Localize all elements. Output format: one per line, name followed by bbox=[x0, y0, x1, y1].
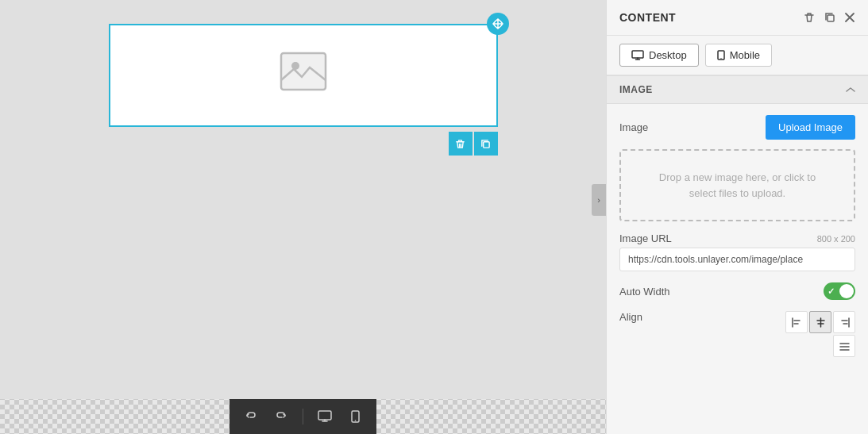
svg-point-1 bbox=[291, 62, 299, 70]
upload-image-button[interactable]: Upload Image bbox=[766, 115, 855, 140]
url-field-label: Image URL bbox=[619, 232, 672, 244]
image-field-label: Image bbox=[619, 121, 648, 133]
block-duplicate-button[interactable] bbox=[474, 132, 498, 156]
toolbar-separator bbox=[303, 409, 303, 424]
align-top-group bbox=[785, 311, 855, 333]
url-input[interactable] bbox=[619, 248, 855, 271]
canvas-area: › bbox=[0, 0, 606, 434]
tab-desktop[interactable]: Desktop bbox=[619, 44, 699, 67]
svg-rect-2 bbox=[484, 141, 489, 147]
auto-width-toggle[interactable]: ✓ bbox=[824, 282, 855, 300]
tab-desktop-label: Desktop bbox=[649, 49, 687, 61]
canvas-inner: › bbox=[0, 0, 606, 399]
section-collapse-button[interactable] bbox=[846, 84, 855, 95]
panel-title: CONTENT bbox=[619, 11, 676, 24]
auto-width-row: Auto Width ✓ bbox=[619, 282, 855, 300]
panel-scroll: IMAGE Image Upload Image D bbox=[607, 75, 868, 434]
align-bottom-group bbox=[785, 335, 855, 357]
image-label-row: Image Upload Image bbox=[619, 115, 855, 140]
section-title: IMAGE bbox=[619, 84, 653, 95]
svg-rect-0 bbox=[281, 53, 326, 90]
panel-icons bbox=[803, 11, 855, 24]
main-layout: › bbox=[0, 0, 868, 434]
canvas-collapse-button[interactable]: › bbox=[592, 184, 606, 216]
panel-delete-button[interactable] bbox=[803, 11, 816, 24]
align-center-button[interactable] bbox=[809, 311, 831, 333]
image-section: IMAGE Image Upload Image D bbox=[607, 75, 868, 368]
align-left-button[interactable] bbox=[785, 311, 808, 333]
align-label: Align bbox=[619, 311, 642, 323]
move-handle[interactable] bbox=[487, 13, 509, 35]
panel-duplicate-button[interactable] bbox=[824, 11, 836, 24]
toggle-check-icon: ✓ bbox=[827, 286, 835, 297]
undo-button[interactable] bbox=[239, 405, 263, 428]
section-body: Image Upload Image Drop a new image here… bbox=[607, 104, 868, 368]
align-right-button[interactable] bbox=[833, 311, 855, 333]
align-buttons bbox=[785, 311, 855, 357]
mobile-view-button[interactable] bbox=[343, 405, 367, 428]
panel-header: CONTENT bbox=[607, 0, 868, 36]
svg-rect-7 bbox=[632, 51, 643, 58]
drop-zone-text: Drop a new image here, or click to selec… bbox=[659, 171, 816, 199]
align-row: Align bbox=[619, 311, 855, 357]
block-delete-button[interactable] bbox=[449, 132, 473, 156]
panel-close-button[interactable] bbox=[844, 12, 855, 23]
svg-point-9 bbox=[720, 58, 721, 59]
auto-width-label: Auto Width bbox=[619, 286, 670, 298]
panel-tabs: Desktop Mobile bbox=[607, 36, 868, 75]
align-justify-button[interactable] bbox=[833, 335, 855, 357]
url-row: Image URL 800 x 200 bbox=[619, 232, 855, 271]
url-row-top: Image URL 800 x 200 bbox=[619, 232, 855, 244]
right-panel: CONTENT bbox=[606, 0, 868, 434]
tab-mobile-label: Mobile bbox=[730, 49, 760, 61]
image-block[interactable] bbox=[109, 24, 498, 127]
desktop-view-button[interactable] bbox=[313, 405, 337, 428]
redo-button[interactable] bbox=[269, 405, 293, 428]
block-actions bbox=[449, 132, 498, 156]
drop-zone[interactable]: Drop a new image here, or click to selec… bbox=[619, 149, 855, 221]
section-header: IMAGE bbox=[607, 75, 868, 104]
url-dimensions: 800 x 200 bbox=[817, 234, 855, 244]
image-placeholder-icon bbox=[280, 52, 327, 100]
image-block-wrapper bbox=[109, 24, 498, 127]
svg-rect-3 bbox=[318, 411, 331, 420]
svg-rect-6 bbox=[827, 15, 834, 21]
bottom-toolbar bbox=[230, 399, 376, 434]
svg-point-5 bbox=[354, 420, 356, 421]
tab-mobile[interactable]: Mobile bbox=[705, 44, 772, 67]
